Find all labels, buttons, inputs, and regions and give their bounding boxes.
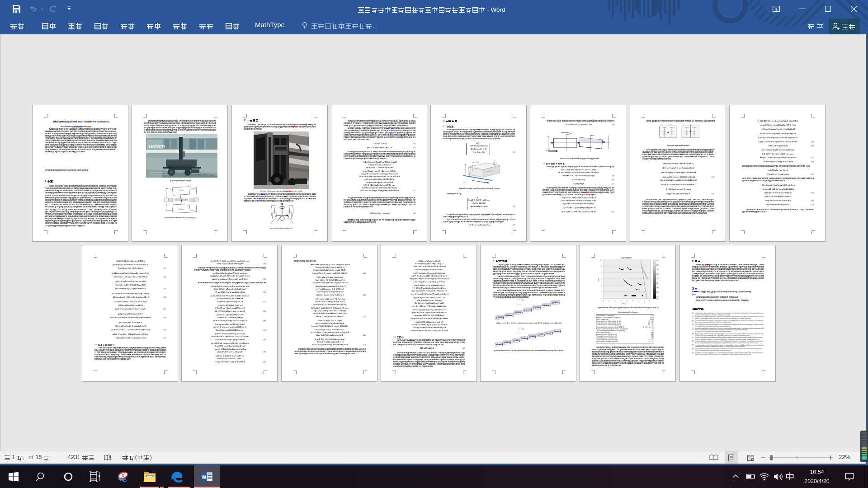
- svg-text:Eigenvalues: Eigenvalues: [621, 257, 632, 259]
- svg-text:-4: -4: [626, 300, 627, 302]
- svg-text:-1: -1: [644, 300, 645, 302]
- svg-text:100: 100: [656, 298, 659, 300]
- svg-text:Carbody: Carbody: [178, 208, 184, 210]
- svg-text:10: 10: [600, 259, 602, 261]
- svg-text:Carbody: Carbody: [178, 189, 184, 191]
- svg-text:W: W: [202, 474, 206, 480]
- svg-text:Direction of motion: Direction of motion: [546, 150, 557, 152]
- svg-text:155: 155: [656, 291, 659, 293]
- svg-text:8: 8: [601, 266, 602, 267]
- svg-text:3: 3: [601, 285, 602, 286]
- svg-text:-3: -3: [632, 300, 633, 302]
- svg-text:-6: -6: [614, 300, 616, 302]
- svg-text:294: 294: [656, 269, 659, 271]
- svg-text:-5: -5: [620, 300, 622, 302]
- svg-text:ustom: ustom: [149, 143, 165, 150]
- svg-text:0: 0: [601, 298, 602, 300]
- svg-text:211: 211: [656, 282, 659, 284]
- svg-text:direction of motion: direction of motion: [478, 181, 489, 184]
- svg-text:5: 5: [601, 278, 602, 280]
- svg-text:-2: -2: [638, 300, 639, 302]
- svg-text:266: 266: [656, 273, 659, 275]
- svg-text:322: 322: [656, 264, 659, 266]
- svg-text:350: 350: [656, 260, 659, 262]
- svg-text:0: 0: [649, 300, 650, 302]
- svg-text:track: track: [463, 181, 467, 183]
- svg-text:183: 183: [656, 287, 659, 289]
- svg-text:127: 127: [656, 296, 659, 298]
- svg-text:-8: -8: [603, 300, 604, 302]
- svg-text:2: 2: [601, 291, 602, 293]
- svg-text:Re(λ): Re(λ): [622, 303, 626, 305]
- svg-text:f(Hz): f(Hz): [598, 278, 599, 282]
- svg-text:7: 7: [601, 272, 602, 274]
- svg-text:carbody j: carbody j: [472, 161, 479, 163]
- svg-text:track j+1: track j+1: [487, 170, 493, 172]
- svg-text:238: 238: [656, 278, 659, 280]
- svg-text:-7: -7: [609, 300, 610, 302]
